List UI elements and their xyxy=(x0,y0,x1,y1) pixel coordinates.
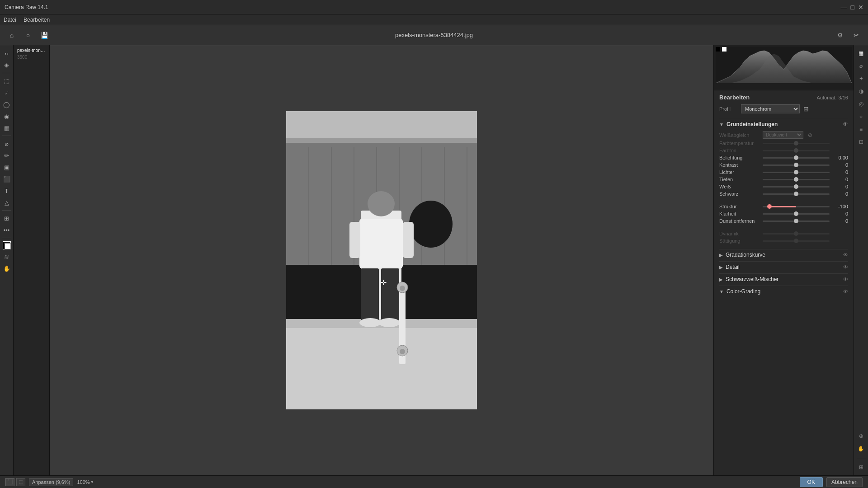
brush-icon[interactable]: ⌀ xyxy=(1,138,12,149)
view-icon[interactable]: ⊞ xyxy=(1,213,12,224)
weissabgleich-eyedropper-icon[interactable]: ⊘ xyxy=(808,132,812,138)
paint-icon[interactable]: ⬛ xyxy=(1,174,12,184)
schwarz-thumb[interactable] xyxy=(794,192,798,196)
maximize-button[interactable]: □ xyxy=(851,4,854,11)
single-view-btn[interactable]: ⬛ xyxy=(5,478,14,486)
close-button[interactable]: ✕ xyxy=(858,4,863,11)
lichter-row: Lichter 0 xyxy=(719,169,848,175)
dunst-slider[interactable] xyxy=(763,221,830,222)
grundeinstellungen-eye-icon[interactable]: 👁 xyxy=(843,121,848,127)
tiefen-thumb[interactable] xyxy=(794,177,798,182)
right-panel-snapshot-icon[interactable]: ⊡ xyxy=(856,136,867,147)
shape-icon[interactable]: △ xyxy=(1,197,12,208)
schwarzweiss-header[interactable]: ▶ Schwarzweiß-Mischer 👁 xyxy=(719,273,848,285)
spacer-2 xyxy=(719,225,848,229)
weissabgleich-select[interactable]: Deaktiviert xyxy=(763,131,803,139)
spot-removal-icon[interactable]: ◯ xyxy=(1,99,12,110)
panel-header: Bearbeiten Automat. 3/16 xyxy=(719,94,848,101)
tiefen-slider[interactable] xyxy=(763,179,830,180)
weiss-label: Weiß xyxy=(719,184,760,189)
gradient-icon[interactable]: ▣ xyxy=(1,162,12,173)
farbton-row: Farbton xyxy=(719,148,848,153)
zoom-out-icon[interactable]: ✋ xyxy=(856,443,867,454)
white-point-btn[interactable] xyxy=(722,47,726,52)
farbton-thumb[interactable] xyxy=(794,148,798,153)
weiss-slider[interactable] xyxy=(763,186,830,188)
colorgrading-eye-icon[interactable]: 👁 xyxy=(843,289,848,294)
crop-icon[interactable]: ✂ xyxy=(850,29,863,42)
profile-grid-icon[interactable]: ⊞ xyxy=(803,105,809,113)
settings-icon[interactable]: ⚙ xyxy=(834,29,846,42)
kontrast-thumb[interactable] xyxy=(794,163,798,167)
compare-view-btn[interactable]: ⬚ xyxy=(16,478,25,486)
redeye-icon[interactable]: ◉ xyxy=(1,111,12,122)
right-panel-filter-icon[interactable]: ⟐ xyxy=(856,111,867,122)
zoom-in-icon[interactable]: ⊕ xyxy=(856,431,867,441)
grid-view-icon[interactable]: ⊞ xyxy=(856,462,867,473)
farbtemperatur-slider[interactable] xyxy=(763,143,830,144)
weiss-thumb[interactable] xyxy=(794,184,798,189)
right-panel-heal-icon[interactable]: ✦ xyxy=(856,73,867,84)
profil-select[interactable]: Monochrom xyxy=(741,104,800,113)
grundeinstellungen-header[interactable]: ▼ Grundeinstellungen 👁 xyxy=(719,119,848,129)
detail-header[interactable]: ▶ Detail 👁 xyxy=(719,261,848,272)
foreground-color[interactable] xyxy=(3,241,11,249)
smudge-icon[interactable]: ≋ xyxy=(1,251,12,262)
kontrast-slider[interactable] xyxy=(763,164,830,166)
schwarz-slider[interactable] xyxy=(763,193,830,195)
histogram-controls xyxy=(716,47,726,52)
lichter-thumb[interactable] xyxy=(794,170,798,174)
crop-tool-icon[interactable]: ⬚ xyxy=(1,75,12,86)
type-icon[interactable]: T xyxy=(1,185,12,196)
belichtung-slider[interactable] xyxy=(763,157,830,159)
gradationskurve-header[interactable]: ▶ Gradationskurve 👁 xyxy=(719,249,848,260)
home-icon[interactable]: ⌂ xyxy=(5,29,18,42)
farbton-slider[interactable] xyxy=(763,150,830,151)
straighten-tool-icon[interactable]: ⟋ xyxy=(1,87,12,98)
pencil-icon[interactable]: ✏ xyxy=(1,150,12,161)
right-panel-crop-icon[interactable]: ⌀ xyxy=(856,61,867,71)
lichter-value: 0 xyxy=(832,169,848,175)
struktur-thumb[interactable] xyxy=(767,204,772,209)
klarheit-slider[interactable] xyxy=(763,213,830,215)
menu-bearbeiten[interactable]: Bearbeiten xyxy=(24,17,50,23)
farbtemperatur-thumb[interactable] xyxy=(794,141,798,145)
right-panel-basic-icon[interactable]: ▦ xyxy=(856,48,867,59)
lichter-slider[interactable] xyxy=(763,172,830,173)
hand-icon[interactable]: ✋ xyxy=(1,263,12,274)
right-panel-presets-icon[interactable]: ≡ xyxy=(856,124,867,135)
colorgrading-section: ▼ Color-Grading 👁 xyxy=(719,286,848,297)
gradationskurve-eye-icon[interactable]: 👁 xyxy=(843,252,848,258)
minimize-button[interactable]: — xyxy=(841,4,847,11)
svg-rect-19 xyxy=(349,222,360,258)
belichtung-thumb[interactable] xyxy=(794,155,798,160)
move-tool-icon[interactable]: ↔ xyxy=(1,48,12,59)
struktur-slider[interactable] xyxy=(763,206,830,207)
ok-button[interactable]: OK xyxy=(800,477,823,487)
right-panel-redeye-icon[interactable]: ◎ xyxy=(856,99,867,109)
detail-eye-icon[interactable]: 👁 xyxy=(843,264,848,270)
colorgrading-header[interactable]: ▼ Color-Grading 👁 xyxy=(719,286,848,297)
zoom-tool-icon[interactable]: ⊕ xyxy=(1,60,12,70)
save-icon[interactable]: 💾 xyxy=(38,29,51,42)
brush-tool-icon[interactable]: ○ xyxy=(22,29,34,42)
svg-point-13 xyxy=(409,201,453,248)
mask-icon[interactable]: ▦ xyxy=(1,122,12,133)
black-point-btn[interactable] xyxy=(716,47,720,52)
filmstrip-item[interactable]: pexels-monstera xyxy=(15,47,47,54)
spacer-3 xyxy=(719,245,848,248)
klarheit-thumb[interactable] xyxy=(794,211,798,216)
schwarzweiss-eye-icon[interactable]: 👁 xyxy=(843,277,848,282)
anpassen-btn[interactable]: Anpassen (9,6%) xyxy=(29,478,73,486)
right-panel-mask-icon[interactable]: ◑ xyxy=(856,86,867,97)
menu-bar: Datei Bearbeiten xyxy=(0,14,868,25)
colorgrading-label: Color-Grading xyxy=(726,288,840,295)
dunst-thumb[interactable] xyxy=(794,219,798,223)
zoom-dropdown-icon[interactable]: ▾ xyxy=(91,479,94,485)
histogram-canvas xyxy=(716,47,852,83)
cancel-button[interactable]: Abbrechen xyxy=(826,477,863,487)
menu-datei[interactable]: Datei xyxy=(4,17,16,23)
extra-icon[interactable]: ••• xyxy=(1,225,12,235)
adjust-panel[interactable]: Bearbeiten Automat. 3/16 Profil Monochro… xyxy=(714,90,854,475)
canvas-area[interactable]: ✛ xyxy=(50,45,713,475)
